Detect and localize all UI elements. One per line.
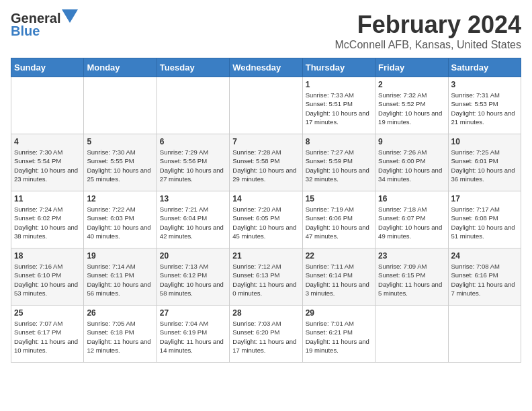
day-info: Sunrise: 7:16 AM Sunset: 6:10 PM Dayligh… xyxy=(14,262,81,298)
day-info: Sunrise: 7:04 AM Sunset: 6:19 PM Dayligh… xyxy=(160,319,226,355)
calendar-cell xyxy=(11,77,84,134)
calendar-cell xyxy=(230,77,302,134)
calendar-cell: 17Sunrise: 7:17 AM Sunset: 6:08 PM Dayli… xyxy=(448,191,521,248)
day-number: 2 xyxy=(378,80,445,89)
weekday-header-sunday: Sunday xyxy=(11,58,84,77)
logo: General Blue xyxy=(11,11,78,39)
month-title: February 2024 xyxy=(335,11,521,39)
day-number: 1 xyxy=(306,80,372,89)
day-info: Sunrise: 7:28 AM Sunset: 5:58 PM Dayligh… xyxy=(232,148,299,183)
day-info: Sunrise: 7:03 AM Sunset: 6:20 PM Dayligh… xyxy=(232,319,299,355)
day-number: 28 xyxy=(232,308,299,318)
day-number: 15 xyxy=(306,194,372,203)
day-number: 3 xyxy=(451,80,518,89)
day-info: Sunrise: 7:30 AM Sunset: 5:55 PM Dayligh… xyxy=(87,148,153,183)
location-title: McConnell AFB, Kansas, United States xyxy=(335,39,521,51)
svg-marker-0 xyxy=(62,9,78,23)
day-number: 9 xyxy=(378,137,445,146)
day-number: 10 xyxy=(451,137,518,146)
calendar-cell: 16Sunrise: 7:18 AM Sunset: 6:07 PM Dayli… xyxy=(375,191,448,248)
calendar-cell xyxy=(375,306,448,363)
calendar-cell: 20Sunrise: 7:13 AM Sunset: 6:12 PM Dayli… xyxy=(157,248,229,306)
day-info: Sunrise: 7:26 AM Sunset: 6:00 PM Dayligh… xyxy=(378,148,445,183)
calendar-cell: 1Sunrise: 7:33 AM Sunset: 5:51 PM Daylig… xyxy=(302,77,375,134)
day-info: Sunrise: 7:20 AM Sunset: 6:05 PM Dayligh… xyxy=(232,205,299,240)
calendar-cell: 14Sunrise: 7:20 AM Sunset: 6:05 PM Dayli… xyxy=(230,191,302,248)
day-info: Sunrise: 7:14 AM Sunset: 6:11 PM Dayligh… xyxy=(87,262,153,298)
calendar-cell: 8Sunrise: 7:27 AM Sunset: 5:59 PM Daylig… xyxy=(302,134,375,191)
day-number: 29 xyxy=(306,308,372,318)
calendar-cell: 26Sunrise: 7:05 AM Sunset: 6:18 PM Dayli… xyxy=(84,306,157,363)
calendar-cell: 13Sunrise: 7:21 AM Sunset: 6:04 PM Dayli… xyxy=(157,191,229,248)
day-info: Sunrise: 7:18 AM Sunset: 6:07 PM Dayligh… xyxy=(378,205,445,240)
day-number: 12 xyxy=(87,194,153,203)
calendar-cell xyxy=(157,77,229,134)
day-info: Sunrise: 7:29 AM Sunset: 5:56 PM Dayligh… xyxy=(160,148,226,183)
day-number: 14 xyxy=(232,194,299,203)
weekday-header-monday: Monday xyxy=(84,58,157,77)
calendar-cell: 3Sunrise: 7:31 AM Sunset: 5:53 PM Daylig… xyxy=(448,77,521,134)
title-area: February 2024 McConnell AFB, Kansas, Uni… xyxy=(335,11,521,51)
logo-arrow-icon xyxy=(62,9,78,23)
day-number: 18 xyxy=(14,251,81,261)
week-row-1: 4Sunrise: 7:30 AM Sunset: 5:54 PM Daylig… xyxy=(11,134,521,191)
day-info: Sunrise: 7:24 AM Sunset: 6:02 PM Dayligh… xyxy=(14,205,81,240)
day-info: Sunrise: 7:27 AM Sunset: 5:59 PM Dayligh… xyxy=(306,148,372,183)
day-number: 4 xyxy=(14,137,81,146)
day-info: Sunrise: 7:05 AM Sunset: 6:18 PM Dayligh… xyxy=(87,319,153,355)
calendar-cell: 27Sunrise: 7:04 AM Sunset: 6:19 PM Dayli… xyxy=(157,306,229,363)
week-row-3: 18Sunrise: 7:16 AM Sunset: 6:10 PM Dayli… xyxy=(11,248,521,306)
calendar-cell: 19Sunrise: 7:14 AM Sunset: 6:11 PM Dayli… xyxy=(84,248,157,306)
day-number: 22 xyxy=(306,251,372,261)
weekday-header-tuesday: Tuesday xyxy=(157,58,229,77)
calendar-cell: 23Sunrise: 7:09 AM Sunset: 6:15 PM Dayli… xyxy=(375,248,448,306)
calendar-cell: 29Sunrise: 7:01 AM Sunset: 6:21 PM Dayli… xyxy=(302,306,375,363)
calendar-table: SundayMondayTuesdayWednesdayThursdayFrid… xyxy=(11,58,521,363)
calendar-cell: 9Sunrise: 7:26 AM Sunset: 6:00 PM Daylig… xyxy=(375,134,448,191)
day-info: Sunrise: 7:21 AM Sunset: 6:04 PM Dayligh… xyxy=(160,205,226,240)
day-info: Sunrise: 7:12 AM Sunset: 6:13 PM Dayligh… xyxy=(232,262,299,298)
day-number: 26 xyxy=(87,308,153,318)
page-header: General Blue February 2024 McConnell AFB… xyxy=(11,11,521,51)
calendar-cell: 7Sunrise: 7:28 AM Sunset: 5:58 PM Daylig… xyxy=(230,134,302,191)
day-info: Sunrise: 7:33 AM Sunset: 5:51 PM Dayligh… xyxy=(306,91,372,126)
calendar-cell: 25Sunrise: 7:07 AM Sunset: 6:17 PM Dayli… xyxy=(11,306,84,363)
day-number: 6 xyxy=(160,137,226,146)
day-number: 24 xyxy=(451,251,518,261)
day-number: 8 xyxy=(306,137,372,146)
day-number: 27 xyxy=(160,308,226,318)
weekday-header-friday: Friday xyxy=(375,58,448,77)
calendar-cell: 21Sunrise: 7:12 AM Sunset: 6:13 PM Dayli… xyxy=(230,248,302,306)
day-info: Sunrise: 7:22 AM Sunset: 6:03 PM Dayligh… xyxy=(87,205,153,240)
calendar-cell xyxy=(84,77,157,134)
day-info: Sunrise: 7:19 AM Sunset: 6:06 PM Dayligh… xyxy=(306,205,372,240)
calendar-cell: 15Sunrise: 7:19 AM Sunset: 6:06 PM Dayli… xyxy=(302,191,375,248)
calendar-cell: 2Sunrise: 7:32 AM Sunset: 5:52 PM Daylig… xyxy=(375,77,448,134)
day-number: 20 xyxy=(160,251,226,261)
week-row-2: 11Sunrise: 7:24 AM Sunset: 6:02 PM Dayli… xyxy=(11,191,521,248)
day-number: 5 xyxy=(87,137,153,146)
day-number: 25 xyxy=(14,308,81,318)
calendar-cell: 22Sunrise: 7:11 AM Sunset: 6:14 PM Dayli… xyxy=(302,248,375,306)
day-number: 19 xyxy=(87,251,153,261)
week-row-4: 25Sunrise: 7:07 AM Sunset: 6:17 PM Dayli… xyxy=(11,306,521,363)
day-info: Sunrise: 7:08 AM Sunset: 6:16 PM Dayligh… xyxy=(451,262,518,298)
day-info: Sunrise: 7:31 AM Sunset: 5:53 PM Dayligh… xyxy=(451,91,518,126)
day-number: 21 xyxy=(232,251,299,261)
day-info: Sunrise: 7:17 AM Sunset: 6:08 PM Dayligh… xyxy=(451,205,518,240)
day-info: Sunrise: 7:09 AM Sunset: 6:15 PM Dayligh… xyxy=(378,262,445,298)
day-info: Sunrise: 7:30 AM Sunset: 5:54 PM Dayligh… xyxy=(14,148,81,183)
calendar-cell: 6Sunrise: 7:29 AM Sunset: 5:56 PM Daylig… xyxy=(157,134,229,191)
day-number: 11 xyxy=(14,194,81,203)
weekday-header-wednesday: Wednesday xyxy=(230,58,302,77)
logo-blue: Blue xyxy=(11,24,78,39)
day-info: Sunrise: 7:13 AM Sunset: 6:12 PM Dayligh… xyxy=(160,262,226,298)
day-number: 7 xyxy=(232,137,299,146)
day-number: 23 xyxy=(378,251,445,261)
day-number: 17 xyxy=(451,194,518,203)
day-info: Sunrise: 7:11 AM Sunset: 6:14 PM Dayligh… xyxy=(306,262,372,298)
week-row-0: 1Sunrise: 7:33 AM Sunset: 5:51 PM Daylig… xyxy=(11,77,521,134)
calendar-cell xyxy=(448,306,521,363)
day-info: Sunrise: 7:32 AM Sunset: 5:52 PM Dayligh… xyxy=(378,91,445,126)
day-info: Sunrise: 7:25 AM Sunset: 6:01 PM Dayligh… xyxy=(451,148,518,183)
